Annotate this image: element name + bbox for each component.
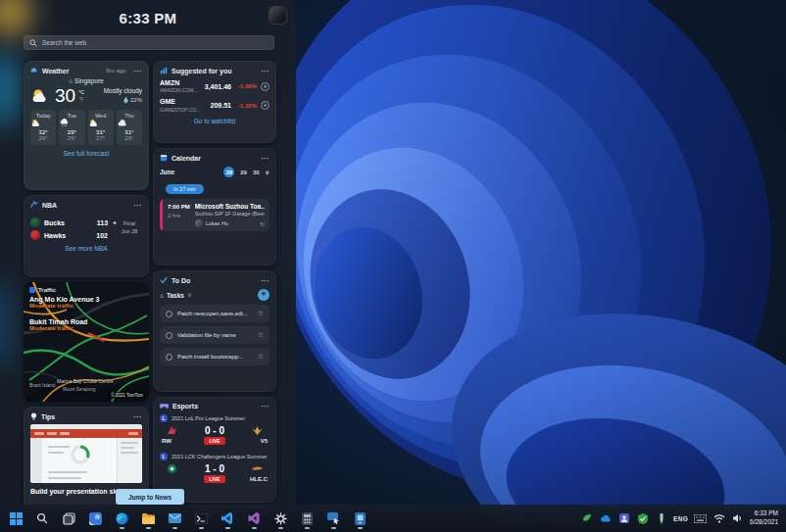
todo-task-row[interactable]: Validation file by name ☆ (160, 326, 270, 344)
running-indicator (278, 527, 283, 529)
calendar-month[interactable]: June (160, 169, 174, 175)
star-icon[interactable]: ☆ (258, 331, 264, 339)
pen-icon[interactable] (655, 512, 667, 525)
tray-app-icon[interactable] (580, 512, 593, 525)
settings-button[interactable] (270, 507, 290, 530)
recurrence-icon: ↻ (260, 220, 265, 227)
terminal-button[interactable] (191, 507, 211, 530)
tips-title: Tips (41, 413, 55, 420)
task-checkbox[interactable] (166, 332, 172, 339)
chevron-down-icon[interactable]: ∨ (187, 291, 192, 299)
forecast-day[interactable]: Today 32° 26° (30, 110, 56, 145)
onedrive-icon[interactable] (599, 512, 612, 525)
go-to-watchlist-link[interactable]: Go to watchlist (160, 118, 270, 124)
forecast-day[interactable]: Tue 29° 26° (59, 110, 84, 145)
todo-menu-icon[interactable]: ··· (262, 277, 270, 284)
todo-widget[interactable]: To Do ··· ⌂ Tasks ∨ + Patch new,open,sav… (153, 270, 276, 392)
network-icon[interactable] (712, 512, 725, 525)
calendar-date[interactable]: 30 (253, 169, 260, 175)
nba-menu-icon[interactable]: ··· (134, 202, 143, 209)
task-checkbox[interactable] (166, 354, 172, 361)
map-label: Brani Island (29, 382, 55, 388)
see-full-forecast-link[interactable]: See full forecast (30, 150, 142, 157)
stocks-menu-icon[interactable]: ··· (262, 68, 270, 74)
running-indicator (199, 527, 204, 529)
touch-keyboard-icon[interactable] (694, 512, 707, 525)
taskbar-search-button[interactable] (32, 507, 52, 530)
calendar-event[interactable]: 7:00 PM 2 hrs Microsoft Suzhou Toa... Su… (160, 199, 270, 231)
taskbar-clock[interactable]: 6:33 PM 6/28/2021 (750, 509, 780, 527)
esports-widget[interactable]: Esports ··· L 2021 LoL Pro League Summer… (153, 397, 276, 503)
star-icon[interactable]: ☆ (258, 310, 264, 317)
nba-widget[interactable]: NBA ··· Bucks 113 ◄ (24, 195, 149, 277)
tray-app-icon[interactable] (636, 512, 649, 525)
stock-row[interactable]: AMZN AMAZON.COM... 3,401.46 -1.38% + (160, 79, 270, 93)
esports-match[interactable]: 0 - 0 (160, 425, 270, 436)
jump-to-news-button[interactable]: Jump to News (116, 489, 184, 505)
team-rw-logo-icon (166, 425, 178, 436)
task-label: Patch new,open,save,edi... (177, 311, 253, 316)
volume-icon[interactable] (731, 512, 744, 525)
traffic-icon (29, 287, 35, 293)
team-name: Bucks (44, 219, 65, 226)
clock-date: 6/28/2021 (750, 518, 778, 527)
weather-widget[interactable]: Weather 6m ago ··· ⌂ Singapore 30 (24, 61, 149, 190)
gauge-graphic (70, 444, 91, 465)
search-input[interactable]: Search the web (24, 35, 274, 50)
see-more-nba-link[interactable]: See more NBA (30, 245, 142, 252)
forecast-day[interactable]: Wed 31° 27° (88, 110, 114, 145)
vscode-button[interactable] (218, 507, 237, 530)
start-button[interactable] (6, 507, 25, 530)
user-avatar[interactable] (270, 7, 286, 24)
traffic-road-status: Moderate traffic (29, 325, 143, 331)
file-explorer-button[interactable] (138, 507, 158, 530)
acrylic-blob (0, 0, 31, 37)
stock-price: 3,401.46 (205, 83, 231, 90)
task-view-button[interactable] (59, 507, 78, 530)
tray-app-icon[interactable] (617, 512, 630, 525)
forecast-day[interactable]: Thu 31° 26° (117, 110, 142, 145)
unit-fahrenheit[interactable]: °F (78, 96, 84, 103)
weather-menu-icon[interactable]: ··· (134, 68, 143, 74)
calendar-date[interactable]: 29 (240, 169, 247, 175)
visual-studio-button[interactable] (244, 507, 264, 530)
chevron-down-icon[interactable]: ∨ (266, 169, 270, 175)
weather-location-row[interactable]: ⌂ Singapore (30, 77, 142, 84)
team-logo-icon (166, 463, 178, 474)
unit-celsius[interactable]: °C (78, 89, 84, 96)
calculator-icon (302, 512, 313, 525)
edge-button[interactable] (112, 507, 131, 530)
add-to-watchlist-button[interactable]: + (261, 82, 270, 91)
search-icon (36, 512, 48, 524)
star-icon[interactable]: ☆ (258, 353, 264, 361)
esports-menu-icon[interactable]: ··· (262, 403, 270, 410)
mail-button[interactable] (165, 507, 184, 530)
esports-title: Esports (172, 403, 198, 410)
stocks-widget[interactable]: Suggested for you ··· AMZN AMAZON.COM...… (153, 61, 276, 143)
calendar-menu-icon[interactable]: ··· (262, 155, 270, 162)
calendar-date-selected[interactable]: 28 (223, 167, 234, 177)
tips-thumbnail[interactable] (30, 424, 142, 483)
language-indicator[interactable]: ENG (673, 515, 688, 522)
day-low: 26° (59, 135, 84, 141)
widgets-button[interactable] (85, 507, 105, 530)
todo-task-row[interactable]: Patch new,open,save,edi... ☆ (160, 305, 270, 322)
stock-row[interactable]: GME GAMESTOP CO... 209.51 -1.32% + (160, 98, 270, 112)
league-badge-icon: L (160, 414, 168, 422)
calendar-widget[interactable]: Calendar ··· June 28 29 30 ∨ In 27 min (153, 148, 276, 266)
traffic-widget[interactable]: Traffic Ang Mo Kio Avenue 3 Moderate tra… (24, 282, 149, 402)
todo-task-row[interactable]: Patch install bootstrapp... ☆ (160, 348, 270, 365)
live-badge: LIVE (204, 437, 224, 445)
calendar-icon (160, 154, 168, 162)
calculator-button[interactable] (297, 507, 317, 530)
quick-assist-button[interactable] (323, 507, 343, 530)
task-checkbox[interactable] (166, 311, 172, 317)
todo-list-name[interactable]: Tasks (167, 292, 184, 299)
tips-menu-icon[interactable]: ··· (134, 413, 143, 420)
add-to-watchlist-button[interactable]: + (261, 101, 270, 110)
terminal-icon (195, 513, 208, 524)
hawks-logo-icon (30, 230, 40, 240)
app-button[interactable] (350, 507, 369, 530)
add-task-button[interactable]: + (258, 289, 270, 301)
esports-match[interactable]: 1 - 0 (160, 463, 270, 474)
